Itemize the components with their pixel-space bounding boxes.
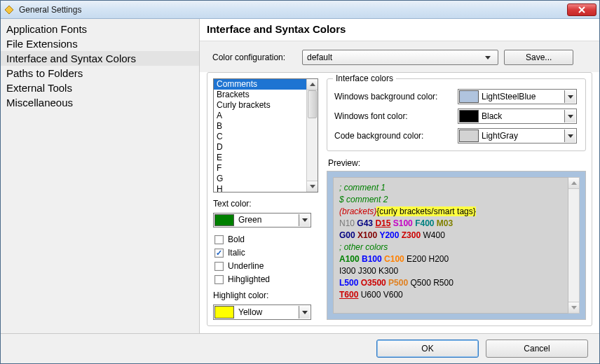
checkbox-box: [214, 248, 224, 258]
color-value: LightSteelBlue: [482, 92, 564, 102]
preview-scrollbar[interactable]: [568, 177, 580, 314]
sidebar-item-external-tools[interactable]: External Tools: [1, 80, 199, 95]
interface-color-label: Code background color:: [334, 131, 454, 141]
color-swatch: [459, 130, 479, 142]
sidebar-item-interface-and-syntax-colors[interactable]: Interface and Syntax Colors: [1, 51, 199, 66]
preview-token: I300: [339, 266, 355, 276]
color-picker[interactable]: Black: [458, 108, 577, 124]
category-item[interactable]: C: [214, 132, 306, 142]
preview-token: X100: [357, 230, 377, 240]
color-picker[interactable]: LightGray: [458, 128, 577, 144]
svg-marker-6: [302, 218, 308, 222]
color-swatch: [459, 90, 479, 103]
cancel-label: Cancel: [524, 344, 550, 354]
color-swatch: [459, 110, 479, 122]
interface-colors-group: Interface colors Windows background colo…: [327, 78, 586, 151]
underline-checkbox[interactable]: Underline: [214, 261, 318, 271]
category-item[interactable]: G: [214, 174, 306, 184]
bold-checkbox[interactable]: Bold: [214, 234, 318, 244]
sidebar-item-application-fonts[interactable]: Application Fonts: [1, 22, 199, 36]
config-label: Color configuration:: [212, 52, 296, 62]
svg-marker-10: [568, 134, 573, 138]
highlight-color-label: Highlight color:: [213, 290, 318, 300]
ok-button[interactable]: OK: [376, 340, 479, 358]
text-color-label: Text color:: [213, 199, 318, 209]
preview-token: R500: [433, 278, 454, 288]
titlebar: General Settings: [1, 1, 599, 19]
text-color-combo[interactable]: Green: [213, 213, 311, 228]
save-button[interactable]: Save...: [504, 50, 573, 65]
checkbox-label: Underline: [228, 261, 264, 271]
preview-token: (brackets): [339, 206, 376, 216]
category-item[interactable]: D: [214, 142, 306, 153]
highlight-color-combo[interactable]: Yellow: [213, 304, 311, 320]
page-title: Interface and Syntax Colors: [200, 19, 599, 41]
preview-code: ; comment 1 $ comment 2 (brackets){curly…: [333, 177, 568, 314]
preview-token: B100: [362, 254, 382, 264]
close-button[interactable]: [567, 4, 596, 16]
svg-marker-0: [5, 6, 13, 14]
sidebar-item-paths-to-folders[interactable]: Paths to Folders: [1, 66, 199, 80]
content-panel: CommentsBracketsCurly bracketsABCDEFGHI …: [207, 72, 592, 326]
preview-token: L500: [339, 278, 358, 288]
scroll-up-icon[interactable]: [307, 79, 318, 90]
category-item[interactable]: E: [214, 153, 306, 163]
scroll-down-icon[interactable]: [568, 302, 579, 313]
preview-token: H200: [428, 254, 449, 264]
interface-color-row: Code background color:LightGray: [334, 128, 578, 144]
color-value: LightGray: [482, 131, 564, 141]
scroll-down-icon[interactable]: [307, 181, 318, 192]
scroll-up-icon[interactable]: [568, 178, 579, 189]
preview-token: F400: [415, 218, 434, 228]
preview-token: $ comment 2: [339, 195, 388, 204]
right-column: Interface colors Windows background colo…: [327, 78, 586, 320]
category-item[interactable]: A: [214, 111, 306, 121]
color-picker[interactable]: LightSteelBlue: [458, 89, 577, 104]
preview-token: P500: [388, 278, 408, 288]
preview-token: E200: [407, 254, 426, 264]
checkbox-label: Hihglighted: [228, 274, 270, 284]
category-item[interactable]: Comments: [214, 79, 306, 90]
chevron-down-icon: [564, 130, 575, 142]
checkbox-box: [214, 275, 224, 284]
listbox-scrollbar[interactable]: [306, 79, 318, 192]
highlighted-checkbox[interactable]: Hihglighted: [214, 274, 318, 284]
config-combo[interactable]: default: [302, 50, 498, 65]
chevron-down-icon: [299, 214, 310, 227]
chevron-down-icon: [299, 306, 310, 318]
style-checkboxes: Bold Italic Underline Hihglighted: [213, 234, 318, 284]
interface-color-row: Windows background color:LightSteelBlue: [334, 89, 578, 104]
dialog-footer: OK Cancel: [1, 334, 599, 363]
highlight-color-value: Yellow: [237, 307, 299, 317]
cancel-button[interactable]: Cancel: [486, 340, 588, 358]
category-item[interactable]: Brackets: [214, 90, 306, 100]
sidebar-item-file-extensions[interactable]: File Extensions: [1, 36, 199, 51]
app-icon: [4, 4, 15, 15]
chevron-down-icon: [485, 56, 495, 59]
ok-label: OK: [421, 344, 433, 354]
interface-color-label: Windows background color:: [334, 92, 454, 102]
category-item[interactable]: B: [214, 121, 306, 132]
category-item[interactable]: H: [214, 184, 306, 192]
preview-token: K300: [379, 266, 398, 276]
preview-token: O3500: [361, 278, 386, 288]
window-title: General Settings: [19, 5, 81, 15]
category-listbox[interactable]: CommentsBracketsCurly bracketsABCDEFGHI: [213, 78, 318, 192]
chevron-down-icon: [564, 110, 575, 122]
svg-marker-12: [571, 306, 577, 309]
preview-token: D15: [375, 218, 390, 228]
interface-color-row: Windows font color:Black: [334, 108, 578, 124]
checkbox-label: Bold: [228, 234, 245, 244]
checkbox-box: [214, 235, 224, 244]
preview-panel: ; comment 1 $ comment 2 (brackets){curly…: [327, 171, 586, 320]
category-item[interactable]: Curly brackets: [214, 100, 306, 111]
checkbox-box: [214, 262, 224, 271]
preview-token: Q500: [410, 278, 430, 288]
sidebar-item-miscellaneous[interactable]: Miscellaneous: [1, 95, 199, 110]
svg-marker-3: [485, 56, 491, 59]
scroll-thumb[interactable]: [308, 90, 317, 118]
category-item[interactable]: F: [214, 163, 306, 174]
italic-checkbox[interactable]: Italic: [214, 248, 318, 258]
preview-token: N10: [339, 218, 355, 228]
preview-token: A100: [339, 254, 360, 264]
